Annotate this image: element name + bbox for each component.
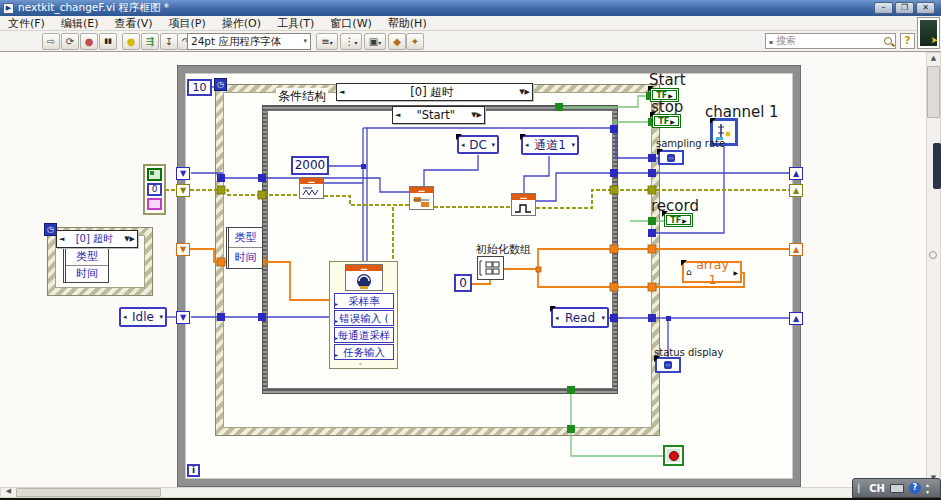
prev-case-icon[interactable]: ◄ — [393, 111, 402, 119]
shift-register-right-blue-1[interactable]: ▲ — [789, 167, 803, 180]
shift-register-right-error[interactable]: ▲ — [789, 184, 803, 197]
grip-icon: ▎ — [858, 484, 864, 493]
shift-register-right-blue-2[interactable]: ▲ — [789, 312, 803, 325]
event-data-time: 时间 — [229, 248, 262, 267]
next-case-icon[interactable]: ▼▶ — [469, 111, 484, 119]
samples-constant[interactable]: 2000 — [291, 156, 329, 175]
status-display-terminal[interactable]: ‹› — [655, 357, 681, 373]
scroll-up-icon[interactable]: ▲ — [927, 53, 940, 65]
node-input-samples-per-channel[interactable]: 每通道采样 — [334, 327, 394, 343]
read-ring-constant[interactable]: ◂Read▾ — [551, 307, 609, 328]
zero-constant[interactable]: 0 — [454, 274, 472, 292]
shift-register-left-error[interactable]: ▼ — [176, 184, 190, 197]
next-event-icon[interactable]: ▼▶ — [517, 88, 532, 96]
node-input-sampling-rate[interactable]: 采样率 — [334, 293, 394, 309]
labview-window: ▶ nextkit_changeF.vi 程序框图 * – ❐ ✕ 文件(F) … — [0, 0, 941, 500]
horizontal-scroll-thumb[interactable] — [16, 488, 161, 497]
stop-terminal[interactable]: TF▶ — [652, 114, 681, 128]
cluster-constant[interactable]: 0 — [143, 164, 166, 215]
sampling-rate-terminal[interactable]: ‹› — [658, 150, 684, 165]
background-window-fragment — [933, 143, 941, 189]
output-arrow-icon: ▶ — [733, 269, 738, 276]
node-expand-icon[interactable]: ▿ — [359, 360, 362, 367]
cluster-boolean-constant[interactable] — [147, 168, 162, 181]
initialize-array-icon[interactable] — [477, 256, 504, 280]
timing-vi-icon[interactable]: ▂▂ — [299, 177, 324, 199]
language-bar[interactable]: ▎ CH ? ▴▾ — [852, 478, 941, 498]
node-input-error-in[interactable]: 错误输入 ( — [334, 310, 394, 326]
timeout-constant[interactable]: 10 — [187, 79, 212, 96]
daq-node-icon: ▂▂ — [345, 264, 383, 291]
shift-register-right-orange[interactable]: ▲ — [789, 243, 803, 256]
array-1-local-variable[interactable]: ⌂ array 1 ▶ — [682, 261, 742, 283]
ring-down-icon: ▾ — [159, 313, 165, 321]
cluster-numeric-constant[interactable]: 0 — [147, 183, 162, 196]
shift-register-left-orange[interactable]: ▼ — [176, 243, 190, 256]
idle-ring-constant[interactable]: ◂Idle▾ — [119, 307, 167, 327]
init-array-label: 初始化数组 — [476, 242, 531, 257]
start-label: Start — [649, 71, 686, 89]
config-vi-icon[interactable]: ▂▂ — [409, 186, 434, 210]
language-help-icon[interactable]: ? — [909, 482, 921, 494]
shift-register-left-blue-2[interactable]: ▼ — [176, 311, 190, 324]
prev-event-icon[interactable]: ◄ — [337, 88, 346, 96]
language-indicator[interactable]: CH — [869, 483, 885, 494]
event-data-type: 类型 — [229, 228, 262, 248]
case-selector[interactable]: ◄ "Start" ▼▶ — [392, 106, 485, 124]
options-arrows-icon[interactable]: ▴▾ — [926, 481, 929, 495]
scroll-left-icon[interactable]: ◀ — [2, 487, 15, 497]
scroll-origin-marker — [929, 251, 937, 259]
sampling-rate-label: sampling rate — [656, 138, 725, 149]
vertical-scroll-thumb[interactable] — [927, 66, 940, 118]
iteration-terminal[interactable]: i — [187, 464, 200, 477]
loop-condition-terminal[interactable] — [663, 445, 684, 466]
cluster-string-constant[interactable] — [147, 198, 162, 210]
record-terminal[interactable]: TF▶ — [664, 213, 693, 227]
channel-ring-constant[interactable]: ◂通道1▾ — [521, 135, 579, 155]
shift-register-left-blue-1[interactable]: ▼ — [176, 167, 190, 180]
event-data-node[interactable]: 类型 时间 — [226, 227, 263, 269]
trigger-vi-icon[interactable]: ▂▂ — [511, 193, 536, 216]
daq-read-node[interactable]: ▂▂ 采样率 错误输入 ( 每通道采样 任务输入 ▿ — [329, 261, 398, 369]
node-input-task-in[interactable]: 任务输入 — [334, 344, 394, 360]
dc-ring-constant[interactable]: ◂DC▾ — [457, 135, 499, 154]
event-timeout-terminal[interactable]: ◷ — [214, 78, 227, 91]
stop-sign-icon — [669, 451, 679, 461]
ring-down-icon: ▾ — [571, 141, 577, 149]
ring-down-icon: ▾ — [491, 141, 497, 149]
ring-down-icon: ▾ — [601, 314, 607, 322]
event-selector[interactable]: ◄ [0] 超时 ▼▶ — [336, 83, 533, 101]
free-label-case-structure: 条件结构 — [276, 88, 328, 105]
keyboard-icon[interactable] — [890, 484, 904, 493]
